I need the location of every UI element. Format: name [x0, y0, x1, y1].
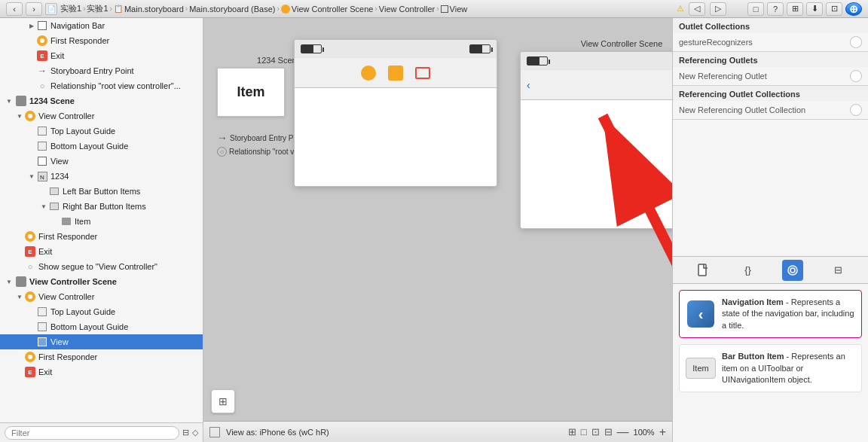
- bar-btn-card-icon: Item: [686, 353, 716, 383]
- sidebar-item-storyboard-entry[interactable]: → Storyboard Entry Point: [0, 63, 203, 78]
- exit-icon-1: E: [36, 50, 48, 62]
- curly-panel-btn[interactable]: {}: [738, 260, 759, 281]
- alert-back-btn[interactable]: ◁: [689, 2, 705, 16]
- filter-icon-2[interactable]: ◇: [192, 428, 198, 437]
- scene-icon-2: [15, 276, 27, 288]
- project-icon: 📄: [45, 3, 57, 15]
- sidebar-filter-bar: ⊟ ◇: [0, 422, 203, 442]
- add-tb-btn[interactable]: ⊕: [845, 2, 862, 16]
- sidebar-item-exit-2[interactable]: E Exit: [0, 244, 203, 259]
- sidebar-item-vc-1[interactable]: ▼ View Controller: [0, 108, 203, 123]
- zoom-in-btn[interactable]: +: [659, 425, 666, 439]
- alert-fwd-btn[interactable]: ▷: [710, 2, 726, 16]
- layout-icon-4: [36, 321, 48, 333]
- right-panel-icon-bar: {} ⊟: [673, 257, 868, 284]
- breadcrumb-storyboard-base[interactable]: Main.storyboard (Base): [189, 5, 275, 14]
- referencing-outlet-collections-title: Referencing Outlet Collections: [673, 86, 868, 101]
- view-as-checkbox[interactable]: [209, 427, 220, 437]
- breadcrumb-folder[interactable]: 实验1: [87, 3, 108, 14]
- new-referencing-outlet-circle-btn[interactable]: [850, 70, 862, 82]
- referencing-outlet-collections-section: Referencing Outlet Collections New Refer…: [673, 86, 868, 120]
- sidebar-item-vc-scene[interactable]: ▼ View Controller Scene: [0, 274, 203, 289]
- bar-items-icon-2: [48, 200, 60, 212]
- zoom-controls: ⊞ □ ⊡ ⊟ — 100% +: [568, 425, 666, 439]
- status-bar-1234: [295, 40, 497, 58]
- sidebar-item-relationship[interactable]: ○ Relationship "root view controller"...: [0, 78, 203, 93]
- file-panel-btn[interactable]: [692, 260, 714, 281]
- status-bar-vc: [521, 52, 672, 70]
- filter-input[interactable]: [5, 426, 179, 440]
- sidebar-item-top-layout-1[interactable]: Top Layout Guide: [0, 123, 203, 139]
- new-referencing-outlet-row: New Referencing Outlet: [673, 67, 868, 85]
- split-tb-btn[interactable]: ⊡: [826, 2, 842, 16]
- item-icon: [60, 215, 72, 227]
- grid-panel-btn[interactable]: ⊟: [827, 260, 848, 281]
- new-referencing-outlet-collection-label: New Referencing Outlet Collection: [679, 105, 805, 114]
- canvas-content[interactable]: 1234 Scene Item → Storyboard Entry Point…: [203, 18, 672, 421]
- nav-fwd-btn[interactable]: ›: [26, 2, 42, 16]
- bar-items-icon-1: [48, 185, 60, 197]
- sidebar-item-right-bar[interactable]: ▼ Right Bar Button Items: [0, 199, 203, 214]
- sidebar-item-bottom-layout-2[interactable]: Bottom Layout Guide: [0, 319, 203, 334]
- right-panel-top: Outlet Collections gestureRecognizers Re…: [673, 18, 868, 257]
- sidebar-item-show-segue[interactable]: ○ Show segue to "View Controller": [0, 259, 203, 274]
- zoom-out-btn[interactable]: —: [617, 425, 629, 439]
- file-tb-btn[interactable]: □: [747, 2, 764, 16]
- breadcrumb-vc-scene[interactable]: View Controller Scene: [281, 5, 374, 14]
- nav-back-btn[interactable]: ‹: [6, 2, 23, 16]
- right-panel: Outlet Collections gestureRecognizers Re…: [672, 18, 868, 442]
- battery-icon-2: [469, 44, 491, 53]
- help-tb-btn[interactable]: ?: [767, 2, 784, 16]
- svg-point-4: [790, 268, 795, 273]
- gesture-recognizers-circle-btn[interactable]: [850, 36, 862, 48]
- sidebar-item-exit-3[interactable]: E Exit: [0, 364, 203, 380]
- sidebar-item-bottom-layout-1[interactable]: Bottom Layout Guide: [0, 139, 203, 154]
- referencing-outlets-section: Referencing Outlets New Referencing Outl…: [673, 52, 868, 86]
- circle-panel-btn[interactable]: [782, 260, 803, 281]
- breadcrumb-view[interactable]: View: [441, 5, 468, 14]
- nav-bar-vc: ‹: [521, 70, 672, 100]
- sidebar-item-view-1[interactable]: View: [0, 154, 203, 169]
- layout-icon-c[interactable]: ⊡: [591, 426, 600, 437]
- sidebar-item-1234[interactable]: ▼ N 1234: [0, 169, 203, 184]
- svg-point-3: [788, 266, 797, 275]
- right-toolbar-icons: □ ? ⊞ ⬇ ⊡ ⊕: [747, 2, 862, 16]
- view-icon: [36, 20, 48, 32]
- grid-tb-btn[interactable]: ⊞: [787, 2, 803, 16]
- new-referencing-outlet-collection-circle-btn[interactable]: [850, 104, 862, 116]
- sidebar-item-first-responder-1[interactable]: First Responder: [0, 33, 203, 48]
- filter-icon-1[interactable]: ⊟: [182, 428, 189, 437]
- breadcrumb-vc[interactable]: View Controller: [379, 5, 435, 14]
- download-tb-btn[interactable]: ⬇: [806, 2, 823, 16]
- sidebar-item-first-responder-3[interactable]: First Responder: [0, 349, 203, 364]
- sidebar-item-1234-scene[interactable]: ▼ 1234 Scene: [0, 93, 203, 108]
- battery-icon-1: [301, 44, 322, 53]
- layout-icon-2: [36, 140, 48, 152]
- sidebar-item-view-2[interactable]: View: [0, 334, 203, 349]
- breadcrumb-project[interactable]: 实验1: [60, 3, 81, 14]
- phone-frame-vc: ‹: [520, 51, 672, 229]
- sidebar-item-exit-1[interactable]: E Exit: [0, 48, 203, 63]
- sidebar-item-item[interactable]: Item: [0, 214, 203, 229]
- nav-item-card-text: Navigation Item - Represents a state of …: [722, 297, 855, 331]
- layout-icon-a[interactable]: ⊞: [568, 426, 576, 437]
- layout-icon-d[interactable]: ⊟: [604, 426, 613, 437]
- navigation-item-card: ‹ Navigation Item - Represents a state o…: [679, 290, 862, 338]
- back-btn-icon: ‹: [527, 79, 530, 91]
- warning-icon[interactable]: ⚠: [677, 4, 684, 14]
- svg-rect-2: [698, 264, 706, 276]
- sidebar-item-vc-2[interactable]: ▼ View Controller: [0, 289, 203, 304]
- sidebar-item-left-bar[interactable]: Left Bar Button Items: [0, 184, 203, 199]
- zoom-level-label: 100%: [634, 428, 655, 437]
- zoom-fit-button[interactable]: ⊞: [211, 389, 235, 413]
- breadcrumb: 实验1 › 实验1 › 📋 Main.storyboard › Main.sto…: [60, 3, 674, 14]
- sidebar-item-navigation-bar[interactable]: ▶ Navigation Bar: [0, 18, 203, 33]
- sidebar-item-first-responder-2[interactable]: First Responder: [0, 229, 203, 244]
- breadcrumb-storyboard-item[interactable]: 📋 Main.storyboard: [114, 5, 184, 14]
- gesture-recognizers-label: gestureRecognizers: [679, 38, 753, 47]
- layout-icon-b[interactable]: □: [581, 426, 587, 437]
- sidebar-tree: ▶ Navigation Bar First Responder E Exit: [0, 18, 203, 422]
- sidebar-item-top-layout-2[interactable]: Top Layout Guide: [0, 304, 203, 319]
- nav-icon: N: [36, 170, 48, 182]
- bar-btn-card-text: Bar Button Item - Represents an item on …: [722, 351, 855, 386]
